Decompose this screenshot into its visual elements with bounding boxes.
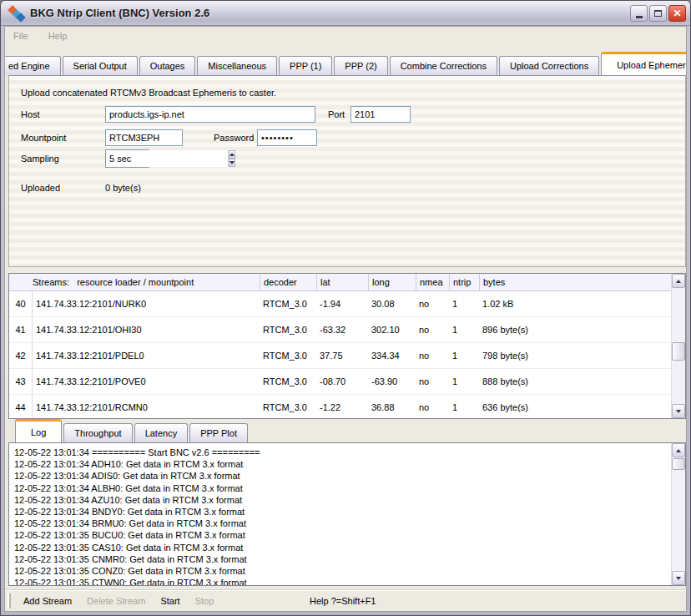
header-ntrip[interactable]: ntrip — [449, 274, 479, 290]
spin-buttons — [228, 150, 235, 167]
cell-nmea: no — [416, 291, 449, 316]
tab-ppp-1[interactable]: PPP (1) — [279, 56, 332, 75]
cell-decoder: RTCM_3.0 — [260, 369, 316, 394]
uploaded-label: Uploaded — [21, 183, 60, 193]
tab-upload-corrections[interactable]: Upload Corrections — [499, 56, 599, 75]
port-input[interactable] — [351, 106, 411, 123]
stream-row[interactable]: 42141.74.33.12:2101/PDEL0RTCM_3.037.7533… — [9, 343, 671, 369]
log-output[interactable]: 12-05-22 13:01:34 ========== Start BNC v… — [8, 442, 686, 586]
start-button[interactable]: Start — [153, 596, 187, 606]
password-label: Password — [214, 133, 254, 143]
scrollbar-thumb[interactable] — [672, 342, 685, 361]
header-decoder[interactable]: decoder — [260, 274, 316, 290]
upload-ephemeris-panel: Upload concatenated RTCMv3 Broadcast Eph… — [8, 75, 686, 267]
log-line: 12-05-22 13:01:35 BUCU0: Get data in RTC… — [14, 529, 668, 541]
spin-down-button[interactable] — [229, 159, 235, 167]
toolbar-drag-handle[interactable] — [8, 593, 11, 608]
cell-mount: 141.74.33.12:2101/POVE0 — [33, 369, 260, 394]
log-line: 12-05-22 13:01:34 BNDY0: Get data in RTC… — [14, 506, 668, 518]
panel-description: Upload concatenated RTCMv3 Broadcast Eph… — [21, 88, 276, 98]
log-tab-throughput[interactable]: Throughput — [63, 423, 132, 442]
log-lines: 12-05-22 13:01:34 ========== Start BNC v… — [14, 447, 668, 585]
arrow-up-icon — [676, 449, 681, 452]
log-scrollbar[interactable] — [671, 443, 685, 585]
arrow-down-icon — [229, 161, 235, 164]
stream-row[interactable]: 44141.74.33.12:2101/RCMN0RTCM_3.0-1.2236… — [9, 395, 671, 418]
help-shortcut-text: Help ?=Shift+F1 — [310, 596, 376, 606]
cell-mount: 141.74.33.12:2101/NURK0 — [33, 291, 260, 316]
cell-bytes: 888 byte(s) — [479, 369, 671, 394]
cell-lat: 37.75 — [316, 343, 368, 368]
header-lat[interactable]: lat — [316, 274, 368, 290]
tab-combine-corrections[interactable]: Combine Corrections — [390, 56, 497, 75]
sampling-stepper[interactable] — [105, 149, 149, 168]
menu-file[interactable]: File — [13, 31, 28, 41]
log-tab-latency[interactable]: Latency — [134, 423, 189, 442]
close-button[interactable]: ✕ — [668, 5, 686, 22]
scroll-up-button[interactable] — [672, 443, 685, 457]
delete-stream-button[interactable]: Delete Stream — [79, 596, 153, 606]
header-nmea[interactable]: nmea — [416, 274, 449, 290]
stop-button[interactable]: Stop — [188, 596, 222, 606]
header-long[interactable]: long — [368, 274, 416, 290]
header-mount[interactable]: Streams: resource loader / mountpoint — [33, 274, 260, 290]
header-num[interactable] — [9, 274, 33, 290]
streams-table: Streams: resource loader / mountpointdec… — [8, 273, 686, 419]
spin-up-button[interactable] — [229, 150, 235, 159]
log-line: 12-05-22 13:01:34 ADIS0: Get data in RTC… — [14, 470, 668, 482]
scroll-down-button[interactable] — [672, 404, 685, 418]
cell-long: 30.08 — [368, 291, 416, 316]
cell-lat: -1.94 — [316, 291, 368, 316]
sampling-label: Sampling — [21, 154, 59, 164]
stream-row[interactable]: 43141.74.33.12:2101/POVE0RTCM_3.0-08.70-… — [9, 369, 671, 395]
scroll-down-button[interactable] — [672, 571, 685, 585]
host-input[interactable] — [105, 106, 315, 123]
minimize-button[interactable] — [630, 5, 648, 22]
port-label: Port — [328, 109, 345, 119]
log-line: 12-05-22 13:01:35 CAS10: Get data in RTC… — [14, 542, 668, 553]
log-line: 12-05-22 13:01:34 ========== Start BNC v… — [14, 447, 668, 458]
tab-serial-output[interactable]: Serial Output — [63, 56, 138, 75]
header-bytes[interactable]: bytes — [479, 274, 671, 290]
log-line: 12-05-22 13:01:35 CONZ0: Get data in RTC… — [14, 565, 668, 577]
cell-long: 36.88 — [368, 395, 416, 418]
app-window: BKG Ntrip Client (BNC) Version 2.6 ✕ Fil… — [0, 0, 691, 616]
cell-mount: 141.74.33.12:2101/RCMN0 — [33, 395, 260, 418]
log-tab-log[interactable]: Log — [15, 419, 62, 442]
host-label: Host — [21, 109, 40, 119]
cell-ntrip: 1 — [449, 317, 479, 342]
mountpoint-label: Mountpoint — [21, 133, 66, 143]
scroll-up-button[interactable] — [672, 274, 685, 288]
stream-row[interactable]: 40141.74.33.12:2101/NURK0RTCM_3.0-1.9430… — [9, 291, 671, 317]
scrollbar-thumb[interactable] — [672, 458, 685, 470]
cell-decoder: RTCM_3.0 — [260, 317, 316, 342]
streams-scrollbar[interactable] — [671, 274, 685, 418]
tab-strip: ed EngineSerial OutputOutagesMiscellaneo… — [5, 48, 686, 75]
stream-row[interactable]: 41141.74.33.12:2101/OHI30RTCM_3.0-63.323… — [9, 317, 671, 343]
menu-help[interactable]: Help — [48, 31, 68, 41]
sampling-input[interactable] — [106, 150, 228, 167]
add-stream-button[interactable]: Add Stream — [16, 596, 79, 606]
maximize-button[interactable] — [649, 5, 667, 22]
tab-ed-engine[interactable]: ed Engine — [5, 56, 61, 75]
cell-nmea: no — [416, 343, 449, 368]
cell-num: 40 — [9, 291, 33, 316]
tab-ppp-2[interactable]: PPP (2) — [334, 56, 387, 75]
log-tab-ppp-plot[interactable]: PPP Plot — [189, 423, 248, 442]
password-input[interactable] — [257, 129, 317, 146]
tab-upload-ephemeris[interactable]: Upload Ephemeris — [601, 52, 686, 75]
cell-nmea: no — [416, 395, 449, 418]
streams-header-row: Streams: resource loader / mountpointdec… — [9, 274, 671, 291]
tab-outages[interactable]: Outages — [139, 56, 196, 75]
cell-lat: -08.70 — [316, 369, 368, 394]
streams-body[interactable]: 40141.74.33.12:2101/NURK0RTCM_3.0-1.9430… — [9, 291, 671, 418]
cell-ntrip: 1 — [449, 291, 479, 316]
title-bar[interactable]: BKG Ntrip Client (BNC) Version 2.6 ✕ — [1, 1, 690, 26]
mountpoint-input[interactable] — [105, 129, 183, 146]
cell-bytes: 798 byte(s) — [479, 343, 671, 368]
toolbar-buttons: Add StreamDelete StreamStartStop — [16, 596, 221, 606]
log-line: 12-05-22 13:01:34 AZU10: Get data in RTC… — [14, 494, 668, 506]
tab-miscellaneous[interactable]: Miscellaneous — [197, 56, 277, 75]
cell-bytes: 1.02 kB — [479, 291, 671, 316]
bottom-toolbar: Add StreamDelete StreamStartStop Help ?=… — [5, 589, 686, 611]
